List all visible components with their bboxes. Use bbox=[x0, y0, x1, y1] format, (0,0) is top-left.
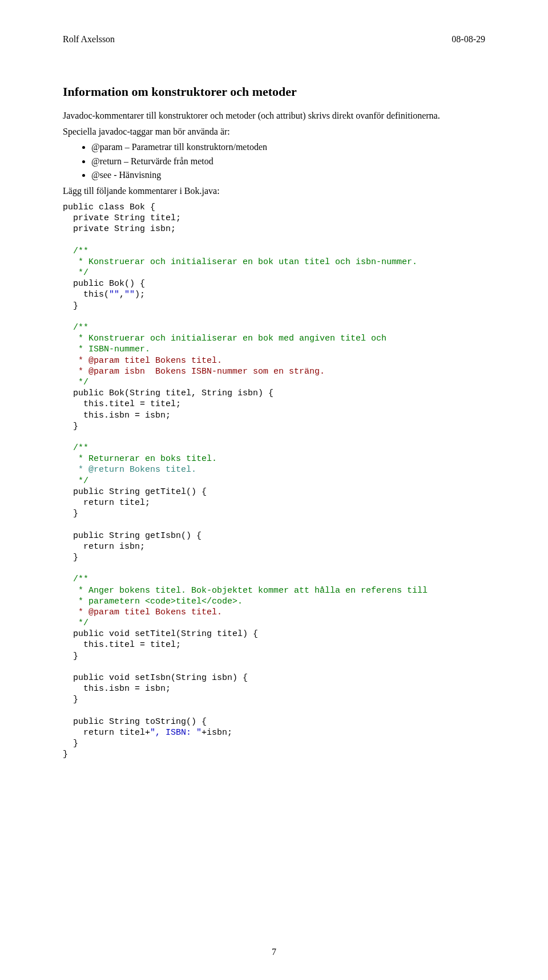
code-comment: * Konstruerar och initialiserar en bok u… bbox=[63, 257, 417, 267]
code-comment: /** bbox=[63, 323, 88, 333]
code-line: public Bok() { bbox=[63, 279, 145, 289]
code-tag-param: * @param isbn Bokens ISBN-nummer som en … bbox=[63, 367, 325, 376]
intro-paragraph: Javadoc-kommentarer till konstruktorer o… bbox=[63, 110, 485, 122]
page: Rolf Axelsson 08-08-29 Information om ko… bbox=[0, 0, 548, 980]
tag-list: @param – Parametrar till konstruktorn/me… bbox=[63, 141, 485, 181]
code-line: this.isbn = isbn; bbox=[63, 684, 171, 694]
header-date: 08-08-29 bbox=[452, 34, 485, 44]
code-tag-param: * @param titel Bokens titel. bbox=[63, 608, 222, 617]
code-line: } bbox=[63, 422, 78, 431]
bullet-see: @see - Hänvisning bbox=[91, 169, 485, 181]
code-line: } bbox=[63, 739, 78, 748]
code-line: public String toString() { bbox=[63, 717, 207, 727]
code-line: this("",""); bbox=[63, 290, 145, 299]
bullet-param: @param – Parametrar till konstruktorn/me… bbox=[91, 141, 485, 153]
precode-text: Lägg till följande kommentarer i Bok.jav… bbox=[63, 185, 485, 197]
code-line: public Bok(String titel, String isbn) { bbox=[63, 388, 273, 398]
code-tag-param: * @param titel Bokens titel. bbox=[63, 356, 222, 366]
header-author: Rolf Axelsson bbox=[63, 34, 115, 44]
tag-lead: Speciella javadoc-taggar man bör använda… bbox=[63, 125, 485, 138]
code-line: this.titel = titel; bbox=[63, 640, 181, 650]
page-header: Rolf Axelsson 08-08-29 bbox=[63, 34, 485, 44]
code-comment: * ISBN-nummer. bbox=[63, 345, 150, 354]
code-comment: * Returnerar en boks titel. bbox=[63, 454, 217, 464]
code-line: } bbox=[63, 301, 78, 311]
code-line: } bbox=[63, 750, 68, 759]
code-tag-return: * @return Bokens titel. bbox=[63, 465, 196, 475]
code-comment: /** bbox=[63, 246, 88, 256]
code-comment: /** bbox=[63, 443, 88, 453]
code-comment: */ bbox=[63, 268, 88, 278]
code-listing: public class Bok { private String titel;… bbox=[63, 202, 485, 760]
code-line: } bbox=[63, 695, 78, 704]
code-line: return titel+", ISBN: "+isbn; bbox=[63, 728, 232, 738]
code-line: public String getTitel() { bbox=[63, 487, 207, 497]
code-line: } bbox=[63, 651, 78, 661]
page-number: 7 bbox=[272, 947, 276, 957]
bullet-return: @return – Returvärde från metod bbox=[91, 155, 485, 168]
code-line: } bbox=[63, 553, 78, 562]
code-line: return titel; bbox=[63, 498, 150, 508]
code-line: public class Bok { bbox=[63, 203, 155, 212]
code-line: public void setTitel(String titel) { bbox=[63, 629, 258, 639]
code-line: return isbn; bbox=[63, 542, 145, 552]
code-comment: * parametern <code>titel</code>. bbox=[63, 597, 243, 606]
code-line: public void setIsbn(String isbn) { bbox=[63, 673, 248, 683]
code-line: private String isbn; bbox=[63, 224, 176, 234]
code-comment: */ bbox=[63, 618, 88, 628]
code-comment: * Konstruerar och initialiserar en bok m… bbox=[63, 334, 392, 343]
code-line: } bbox=[63, 509, 78, 519]
code-line: this.titel = titel; bbox=[63, 399, 181, 409]
section-title: Information om konstruktorer och metoder bbox=[63, 84, 485, 99]
code-comment: /** bbox=[63, 574, 88, 584]
code-comment: */ bbox=[63, 476, 88, 486]
code-line: this.isbn = isbn; bbox=[63, 411, 171, 420]
code-comment: * Anger bokens titel. Bok-objektet komme… bbox=[63, 586, 428, 596]
code-line: public String getIsbn() { bbox=[63, 531, 202, 541]
code-comment: */ bbox=[63, 378, 88, 387]
code-line: private String titel; bbox=[63, 213, 181, 223]
